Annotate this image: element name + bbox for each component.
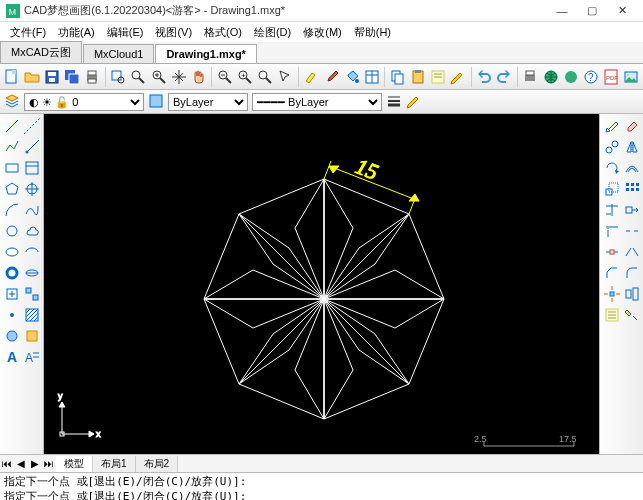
image-button[interactable] (622, 66, 641, 88)
menu-help[interactable]: 帮助(H) (348, 23, 397, 42)
menu-func[interactable]: 功能(A) (52, 23, 101, 42)
circle-button[interactable] (2, 221, 22, 241)
zoom-window-button[interactable] (109, 66, 128, 88)
close-button[interactable]: ✕ (607, 1, 637, 21)
new-button[interactable] (2, 66, 21, 88)
minimize-button[interactable]: — (547, 1, 577, 21)
select-button[interactable] (276, 66, 295, 88)
lineweight-button[interactable] (386, 93, 402, 111)
tab-layout2[interactable]: 布局2 (136, 456, 179, 472)
cloud-button[interactable] (561, 66, 580, 88)
nav-last[interactable]: ⏭ (42, 458, 56, 469)
donut-button[interactable] (2, 263, 22, 283)
layer-select[interactable]: ◐ ☀ 🔓 0 (24, 93, 144, 111)
help-button[interactable]: ? (581, 66, 600, 88)
properties-button[interactable] (602, 305, 622, 325)
hatch-button[interactable] (22, 305, 42, 325)
break2-button[interactable] (602, 242, 622, 262)
zoom-in2-button[interactable]: + (235, 66, 254, 88)
target-button[interactable] (22, 179, 42, 199)
explode-button[interactable] (602, 284, 622, 304)
doc-tab-drawing1[interactable]: Drawing1.mxg* (155, 44, 256, 63)
polyline-button[interactable] (2, 137, 22, 157)
tab-model[interactable]: 模型 (56, 456, 93, 472)
edit-props-button[interactable] (406, 93, 422, 111)
ellipse-button[interactable] (2, 242, 22, 262)
offset-button[interactable] (622, 158, 642, 178)
hand-button[interactable] (189, 66, 208, 88)
mtext-button[interactable]: A (22, 347, 42, 367)
align-button[interactable] (622, 284, 642, 304)
print2-button[interactable] (521, 66, 540, 88)
menu-file[interactable]: 文件(F) (4, 23, 52, 42)
ellipse2-button[interactable] (22, 263, 42, 283)
edit-note-button[interactable] (449, 66, 468, 88)
scale-button[interactable] (602, 179, 622, 199)
maximize-button[interactable]: ▢ (577, 1, 607, 21)
chamfer-button[interactable] (602, 263, 622, 283)
drawing-canvas[interactable]: xy 2.5 17.5 (44, 114, 599, 454)
array-button[interactable] (622, 179, 642, 199)
print-button[interactable] (83, 66, 102, 88)
tab-layout1[interactable]: 布局1 (93, 456, 136, 472)
undo-button[interactable] (475, 66, 494, 88)
erase-button[interactable] (622, 116, 642, 136)
nav-next[interactable]: ▶ (28, 458, 42, 469)
note-button[interactable] (429, 66, 448, 88)
spline-button[interactable] (22, 200, 42, 220)
doc-tab-mxcloud1[interactable]: MxCloud1 (83, 44, 155, 63)
copy-button[interactable] (388, 66, 407, 88)
doc-tab-mxcadcloud[interactable]: MxCAD云图 (0, 41, 82, 63)
join-button[interactable] (622, 242, 642, 262)
break-button[interactable] (622, 221, 642, 241)
pdf-button[interactable]: PDF (602, 66, 621, 88)
rect-button[interactable] (2, 158, 22, 178)
table-button[interactable] (362, 66, 381, 88)
xline-button[interactable] (22, 116, 42, 136)
open-button[interactable] (22, 66, 41, 88)
menu-draw[interactable]: 绘图(D) (248, 23, 297, 42)
highlight-button[interactable] (302, 66, 321, 88)
block-button[interactable] (22, 284, 42, 304)
zoom-extents-button[interactable] (129, 66, 148, 88)
point-button[interactable] (2, 305, 22, 325)
matchprop-button[interactable] (622, 305, 642, 325)
region-button[interactable] (2, 326, 22, 346)
stretch-button[interactable] (622, 200, 642, 220)
save-as-button[interactable] (62, 66, 81, 88)
clipboard-button[interactable] (408, 66, 427, 88)
command-area[interactable]: 指定下一个点 或[退出(E)/闭合(C)/放弃(U)]: 指定下一个点 或[退出… (0, 472, 643, 500)
arc-button[interactable] (2, 200, 22, 220)
menu-edit[interactable]: 编辑(E) (101, 23, 150, 42)
save-button[interactable] (42, 66, 61, 88)
layer-manager-button[interactable] (4, 93, 20, 111)
paint-button[interactable] (322, 66, 341, 88)
linetype-select[interactable]: ━━━━ ByLayer (252, 93, 382, 111)
redo-button[interactable] (495, 66, 514, 88)
web-button[interactable] (541, 66, 560, 88)
move-button[interactable] (602, 116, 622, 136)
wipeout-button[interactable] (22, 326, 42, 346)
extend-button[interactable] (602, 221, 622, 241)
revcloud-button[interactable] (22, 221, 42, 241)
menu-modify[interactable]: 修改(M) (297, 23, 348, 42)
trim-button[interactable] (602, 200, 622, 220)
ellipse-arc-button[interactable] (22, 242, 42, 262)
color-select[interactable]: ByLayer (168, 93, 248, 111)
polygon-button[interactable] (2, 179, 22, 199)
copy2-button[interactable] (602, 137, 622, 157)
line-button[interactable] (2, 116, 22, 136)
zoom-realtime-button[interactable] (256, 66, 275, 88)
insert-button[interactable] (2, 284, 22, 304)
fill-button[interactable] (342, 66, 361, 88)
nav-first[interactable]: ⏮ (0, 458, 14, 469)
mirror-button[interactable] (622, 137, 642, 157)
nav-prev[interactable]: ◀ (14, 458, 28, 469)
zoom-in-button[interactable] (149, 66, 168, 88)
fillet-button[interactable] (622, 263, 642, 283)
rotate-button[interactable] (602, 158, 622, 178)
layer-props-button[interactable] (148, 93, 164, 111)
ray-button[interactable] (22, 137, 42, 157)
zoom-out-button[interactable] (215, 66, 234, 88)
rect2-button[interactable] (22, 158, 42, 178)
